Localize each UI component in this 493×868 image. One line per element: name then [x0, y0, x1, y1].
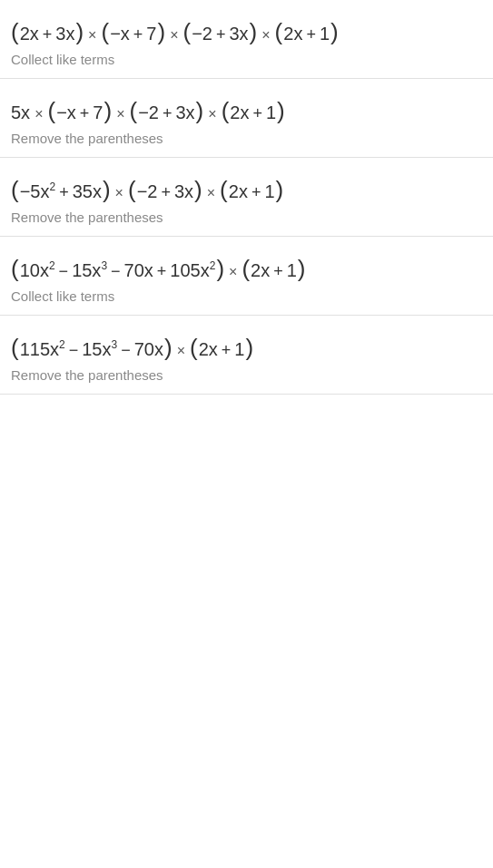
times: × [177, 343, 185, 359]
minus: − [111, 262, 121, 281]
plus: + [59, 183, 69, 202]
step-1: ( 2x + 3x ) × ( −x + 7 ) × ( −2 + 3x ) ×… [0, 0, 493, 79]
term: 5x [11, 102, 30, 123]
step-label-3: Remove the parentheses [11, 210, 482, 227]
open-paren: ( [222, 99, 230, 122]
plus: + [252, 104, 262, 123]
close-paren: ) [164, 336, 173, 359]
open-paren: ( [11, 257, 19, 280]
term: 2x [199, 339, 218, 360]
term: 7 [146, 24, 156, 44]
term: 2x [251, 260, 270, 281]
open-paren: ( [242, 257, 250, 280]
term: −x [110, 24, 130, 44]
open-paren: ( [11, 20, 19, 44]
step-label-4: Collect like terms [11, 288, 482, 306]
step-label-1: Collect like terms [11, 52, 482, 69]
term: 2x [283, 24, 302, 44]
open-paren: ( [47, 99, 55, 122]
plus: + [222, 341, 232, 360]
term: 2x [230, 102, 249, 123]
close-paren: ) [250, 20, 258, 44]
term: 7 [93, 102, 103, 123]
open-paren: ( [129, 99, 137, 122]
close-paren: ) [194, 178, 202, 201]
term: 35x [73, 181, 102, 202]
expression-4: ( 10x2 − 15x3 − 70x + 105x2 ) × ( 2x + 1… [11, 249, 482, 285]
close-paren: ) [216, 257, 224, 280]
term: 15x3 [82, 339, 117, 360]
term: 3x [229, 24, 248, 44]
step-label-5: Remove the parentheses [11, 367, 482, 385]
plus: + [251, 183, 261, 202]
close-paren: ) [103, 178, 111, 201]
times: × [170, 27, 178, 44]
close-paren: ) [104, 99, 112, 122]
times: × [115, 185, 123, 201]
close-paren: ) [276, 178, 284, 201]
term: 70x [134, 339, 163, 360]
term: 3x [175, 102, 194, 123]
term: 2x [20, 24, 39, 44]
times: × [207, 185, 215, 201]
term: 3x [174, 181, 193, 202]
close-paren: ) [330, 20, 339, 44]
minus: − [59, 262, 69, 281]
times: × [261, 27, 270, 44]
close-paren: ) [298, 257, 306, 280]
term: −2 [192, 24, 212, 44]
plus: + [273, 262, 283, 281]
times: × [35, 106, 43, 122]
expression-1: ( 2x + 3x ) × ( −x + 7 ) × ( −2 + 3x ) ×… [11, 13, 482, 48]
close-paren: ) [196, 99, 204, 122]
expression-3: ( −5x2 + 35x ) × ( −2 + 3x ) × ( 2x + 1 … [11, 171, 482, 206]
plus: + [43, 25, 53, 44]
minus: − [69, 341, 79, 360]
open-paren: ( [275, 20, 283, 44]
open-paren: ( [220, 178, 228, 201]
times: × [208, 106, 216, 122]
term: −x [56, 102, 76, 123]
term: −2 [138, 102, 159, 123]
open-paren: ( [11, 178, 19, 201]
plus: + [80, 104, 90, 123]
term: 2x [229, 181, 248, 202]
close-paren: ) [157, 20, 165, 44]
term: 1 [266, 102, 276, 123]
open-paren: ( [190, 336, 198, 359]
expression-2: 5x × ( −x + 7 ) × ( −2 + 3x ) × ( 2x + 1… [11, 92, 482, 127]
step-2: 5x × ( −x + 7 ) × ( −2 + 3x ) × ( 2x + 1… [0, 79, 493, 158]
term: 3x [55, 24, 74, 44]
term: 1 [287, 260, 297, 281]
expression-5: ( 115x2 − 15x3 − 70x ) × ( 2x + 1 ) [11, 328, 482, 364]
open-paren: ( [128, 178, 136, 201]
open-paren: ( [11, 336, 19, 359]
open-paren: ( [182, 20, 191, 44]
times: × [229, 264, 237, 280]
term: −5x2 [20, 181, 56, 202]
step-4: ( 10x2 − 15x3 − 70x + 105x2 ) × ( 2x + 1… [0, 237, 493, 316]
plus: + [157, 262, 167, 281]
term: −2 [137, 181, 158, 202]
times: × [88, 27, 96, 44]
term: 1 [264, 181, 274, 202]
plus: + [216, 25, 226, 44]
term: 10x2 [20, 260, 55, 281]
close-paren: ) [277, 99, 285, 122]
step-5: ( 115x2 − 15x3 − 70x ) × ( 2x + 1 ) Remo… [0, 316, 493, 395]
term: 15x3 [72, 260, 107, 281]
plus: + [133, 25, 143, 44]
close-paren: ) [75, 20, 84, 44]
term: 115x2 [20, 339, 65, 360]
term: 1 [234, 339, 244, 360]
step-3: ( −5x2 + 35x ) × ( −2 + 3x ) × ( 2x + 1 … [0, 158, 493, 237]
open-paren: ( [101, 20, 109, 44]
term: 1 [320, 24, 330, 44]
term: 105x2 [170, 260, 215, 281]
times: × [116, 106, 124, 122]
plus: + [306, 25, 316, 44]
step-label-2: Remove the parentheses [11, 131, 482, 148]
close-paren: ) [245, 336, 253, 359]
term: 70x [124, 260, 153, 281]
plus: + [163, 104, 173, 123]
